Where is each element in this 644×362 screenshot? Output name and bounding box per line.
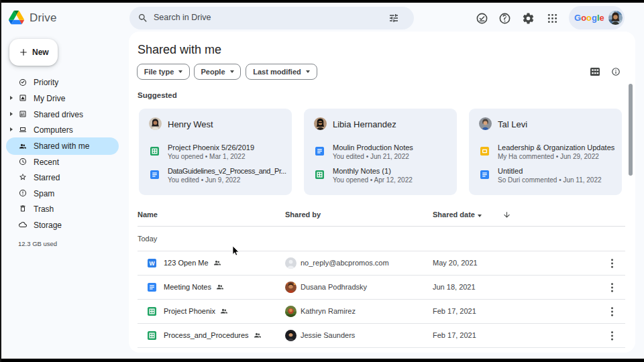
svg-text:W: W — [149, 260, 155, 267]
